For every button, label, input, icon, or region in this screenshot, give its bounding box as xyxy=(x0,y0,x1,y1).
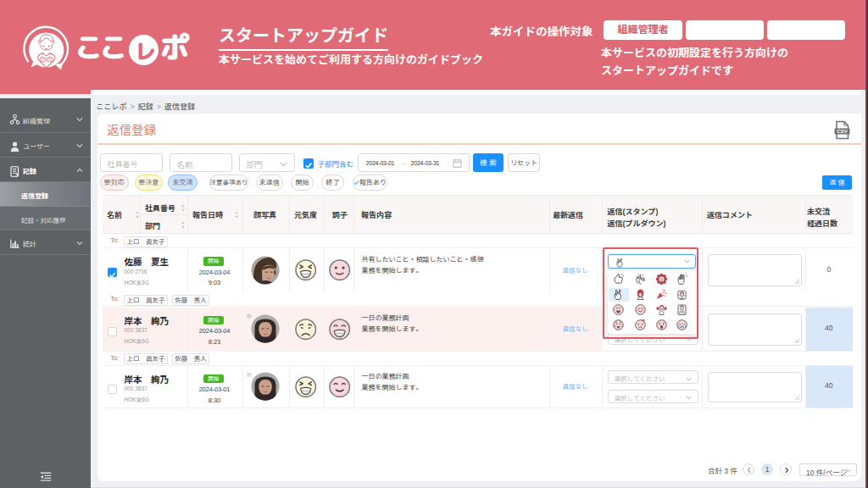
svg-text:CSV: CSV xyxy=(837,128,849,134)
